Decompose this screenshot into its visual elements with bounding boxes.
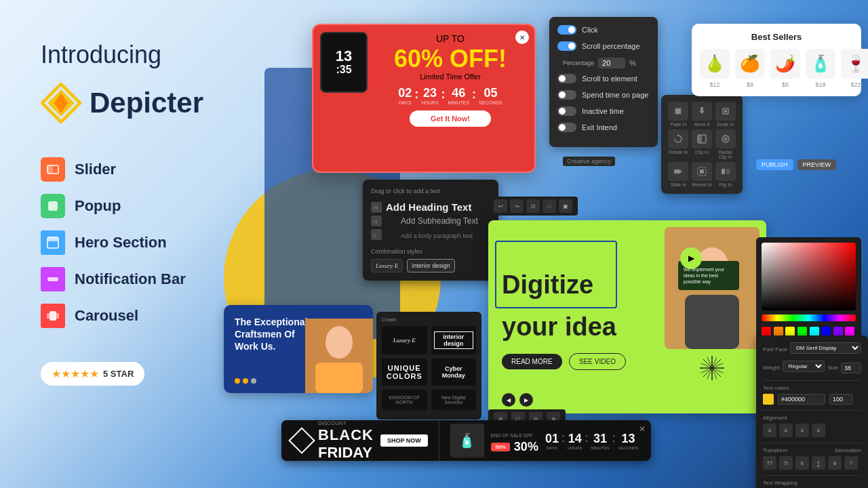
trigger-scroll-element-toggle[interactable]	[557, 74, 576, 83]
template-unique[interactable]: UNIQUE COLORS	[382, 359, 427, 386]
current-color-swatch[interactable]	[763, 394, 774, 405]
read-more-button[interactable]: READ MORE	[502, 354, 562, 369]
align-center[interactable]: ≡	[779, 424, 793, 437]
editor-hint: Drag or click to add a text	[371, 188, 490, 195]
add-heading-text[interactable]: Add Heading Text	[386, 201, 471, 213]
toolbar-undo[interactable]: ↩	[494, 199, 507, 213]
get-it-button[interactable]: Get It Now!	[410, 110, 491, 127]
template-kingdom[interactable]: KINGDOM OF NORTH	[382, 390, 427, 410]
svg-text:H: H	[374, 205, 378, 211]
align-right[interactable]: ≡	[795, 424, 809, 437]
heading-row[interactable]: H Add Heading Text	[371, 201, 490, 213]
percentage-input[interactable]	[598, 58, 625, 68]
add-subheading-text[interactable]: Add Subheading Text	[401, 216, 478, 226]
anim-slide-in-icon	[668, 162, 688, 181]
prev-button[interactable]: ◀	[502, 393, 515, 407]
combo-interior[interactable]: interior design	[407, 259, 455, 272]
body-row[interactable]: P Add a body paragraph text	[371, 229, 490, 240]
trigger-spend-time[interactable]: Spend time on page	[557, 90, 650, 100]
swatch-purple[interactable]	[833, 327, 843, 336]
combo-section: Combination styles Luxury E interior des…	[371, 248, 490, 272]
hex-input[interactable]	[778, 394, 825, 405]
color-picker-hue[interactable]	[762, 314, 856, 321]
publish-button[interactable]: PUBLISH	[756, 159, 793, 170]
toolbar-more2[interactable]: ▣	[559, 199, 572, 213]
template-luxury[interactable]: Luxury E	[382, 326, 427, 354]
toolbar-align[interactable]: ⊡	[526, 199, 540, 213]
subheading-row[interactable]: H Add Subheading Text	[371, 216, 490, 226]
template-new-digital[interactable]: New Digital Services	[431, 390, 477, 410]
trigger-scroll-toggle[interactable]	[557, 41, 576, 51]
trigger-click-toggle[interactable]	[557, 25, 576, 35]
anim-fade-in[interactable]: Fade In	[668, 102, 689, 127]
anim-reveal-in[interactable]: Reveal In	[692, 162, 713, 187]
trigger-exit-toggle[interactable]	[557, 123, 576, 132]
anim-flip-in[interactable]: Flip In	[715, 162, 736, 187]
anim-radial-clip[interactable]: Radial Clip In	[715, 129, 736, 159]
trigger-inactive-toggle[interactable]	[557, 106, 576, 116]
swatch-blue[interactable]	[821, 327, 831, 336]
weight-label: Weight	[763, 365, 780, 371]
align-justify[interactable]: ≡	[812, 424, 825, 437]
trigger-spend-time-toggle[interactable]	[557, 90, 576, 100]
trigger-scroll-percent[interactable]: Scroll percentage	[557, 41, 650, 51]
decoration-underline[interactable]: T	[812, 456, 825, 470]
opacity-input[interactable]	[829, 394, 853, 405]
see-video-button[interactable]: SEE VIDEO	[569, 353, 626, 370]
timer-seconds-label: MINUTES	[448, 100, 470, 105]
decoration-strike[interactable]: T	[828, 456, 842, 470]
anim-rotate-in-icon	[668, 129, 688, 148]
slider-dot-2[interactable]	[243, 378, 248, 384]
swatch-magenta[interactable]	[845, 327, 854, 336]
bf-close-button[interactable]: ✕	[639, 424, 646, 434]
anim-scale-it[interactable]: Scale In	[715, 102, 736, 127]
anim-move-it[interactable]: Move It	[692, 102, 713, 127]
best-sellers-title: Best Sellers	[700, 32, 853, 42]
transform-tt2[interactable]: Tt	[779, 456, 793, 470]
weight-select[interactable]: Regular	[783, 361, 825, 372]
swatch-yellow[interactable]	[785, 327, 795, 336]
anim-rotate-in[interactable]: Rotate In	[668, 129, 689, 159]
popup-close-button[interactable]: ✕	[515, 30, 529, 44]
bs-product-3-img: 🌶️	[770, 49, 800, 79]
carousel-icon	[41, 304, 65, 328]
decoration-italic[interactable]: T	[844, 456, 858, 470]
trigger-click[interactable]: Click	[557, 25, 650, 35]
font-face-select[interactable]: DM Serif Display	[790, 342, 861, 354]
add-body-text[interactable]: Add a body paragraph text	[401, 232, 473, 239]
next-button[interactable]: ▶	[519, 393, 533, 407]
percentage-label: Percentage	[563, 60, 594, 66]
canvas-nav: ◀ ▶	[502, 393, 533, 407]
up-to-text: UP TO	[374, 33, 526, 44]
svg-marker-24	[679, 169, 682, 174]
timer-hours-label: DAYS	[399, 100, 412, 105]
swatch-orange[interactable]	[774, 327, 783, 336]
toolbar-more1[interactable]: □	[542, 199, 556, 213]
slider-dot-3[interactable]	[251, 378, 256, 384]
swatch-red[interactable]	[762, 327, 771, 336]
size-input[interactable]	[841, 363, 861, 373]
preview-button[interactable]: PREVIEW	[797, 159, 837, 170]
swatch-cyan[interactable]	[810, 327, 819, 336]
template-interior[interactable]: interior design	[431, 326, 477, 354]
play-button[interactable]: ▶	[680, 247, 702, 269]
trigger-scroll-element[interactable]: Scroll to element	[557, 74, 650, 83]
anim-slide-in[interactable]: Slide In	[668, 162, 689, 187]
bf-hours-label: DAYS	[547, 446, 557, 450]
alignment-label: Alignment	[763, 415, 861, 421]
svg-text:P: P	[374, 234, 376, 238]
bf-shop-button[interactable]: SHOP NOW	[380, 434, 428, 447]
transform-tt3[interactable]: tt	[795, 456, 809, 470]
trigger-inactive[interactable]: Inactive time	[557, 106, 650, 116]
slider-dot-1[interactable]	[235, 378, 240, 384]
template-cyber[interactable]: Cyber Monday	[431, 359, 477, 386]
swatch-green[interactable]	[797, 327, 807, 336]
transform-tt[interactable]: TT	[763, 456, 776, 470]
align-left[interactable]: ≡	[763, 424, 776, 437]
combo-luxury[interactable]: Luxury E	[371, 259, 403, 272]
trigger-exit[interactable]: Exit Intend	[557, 123, 650, 132]
anim-clip-in[interactable]: Clip In	[692, 129, 713, 159]
anim-fade-in-icon	[668, 102, 688, 121]
toolbar-redo[interactable]: ↪	[510, 199, 524, 213]
color-picker-gradient[interactable]	[762, 243, 856, 310]
